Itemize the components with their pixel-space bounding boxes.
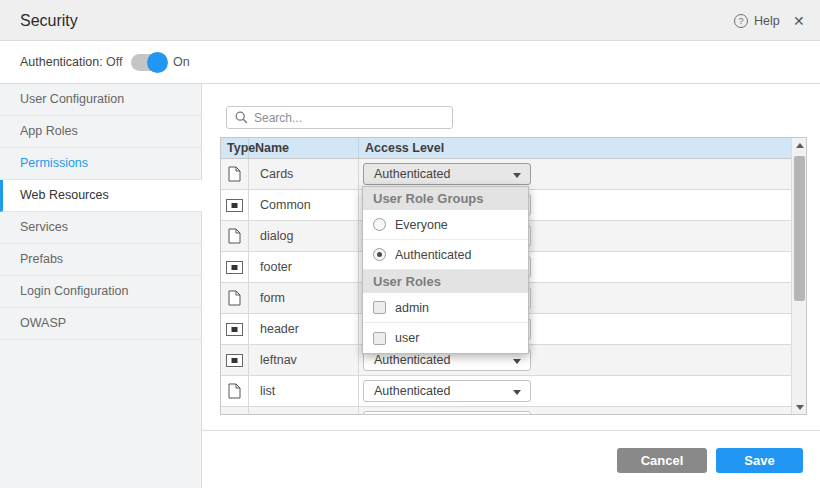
access-level-dropdown[interactable]: Authenticated <box>363 380 531 402</box>
resource-name: header <box>249 314 359 344</box>
footer-divider <box>202 430 820 431</box>
page-icon <box>228 166 241 182</box>
menu-option-user[interactable]: user <box>363 323 528 353</box>
access-level-dropdown[interactable] <box>363 411 531 414</box>
sidebar-item-prefabs[interactable]: Prefabs <box>0 244 201 276</box>
page-icon <box>228 228 241 244</box>
resource-name: Cards <box>249 159 359 189</box>
close-icon[interactable]: ✕ <box>793 0 805 41</box>
radio-icon[interactable] <box>373 218 386 231</box>
chevron-down-icon <box>513 359 521 364</box>
toggle-on-label: On <box>173 41 190 84</box>
radio-selected-icon[interactable] <box>373 248 386 261</box>
column-header-name: Name <box>249 138 359 158</box>
menu-group-header: User Roles <box>363 270 528 293</box>
resource-name: Common <box>249 190 359 220</box>
scroll-down-icon[interactable] <box>792 400 807 414</box>
help-icon: ? <box>734 14 748 28</box>
column-header-access-level: Access Level <box>359 138 791 158</box>
toggle-knob-icon <box>147 52 168 73</box>
help-button[interactable]: ? Help <box>734 0 780 41</box>
table-header: Type Name Access Level <box>221 138 791 159</box>
scroll-up-icon[interactable] <box>792 138 807 152</box>
titlebar: Security ? Help ✕ <box>0 0 820 41</box>
authentication-label: Authentication: <box>20 41 103 84</box>
sidebar-item-services[interactable]: Services <box>0 212 201 244</box>
sidebar: User Configuration App Roles Permissions… <box>0 84 202 488</box>
resource-name: leftnav <box>249 345 359 375</box>
menu-option-label: Everyone <box>395 218 448 232</box>
resource-name: dialog <box>249 221 359 251</box>
cancel-button[interactable]: Cancel <box>617 448 707 473</box>
menu-option-everyone[interactable]: Everyone <box>363 210 528 240</box>
widget-icon <box>226 354 243 367</box>
sidebar-item-app-roles[interactable]: App Roles <box>0 116 201 148</box>
authentication-toggle[interactable] <box>131 54 166 71</box>
search-icon <box>235 111 248 124</box>
main-panel: Type Name Access Level Cards Authenticat… <box>202 84 820 488</box>
search-input[interactable] <box>254 107 452 128</box>
table-row-partial <box>221 407 791 414</box>
checkbox-icon[interactable] <box>373 332 386 345</box>
authentication-bar: Authentication: Off On <box>0 41 820 84</box>
page-title: Security <box>20 0 78 41</box>
table-row: list Authenticated <box>221 376 791 407</box>
save-button[interactable]: Save <box>716 448 803 473</box>
chevron-down-icon <box>513 173 521 178</box>
search-box <box>226 106 453 129</box>
menu-group-header: User Role Groups <box>363 187 528 210</box>
table-scrollbar[interactable] <box>791 138 806 414</box>
access-level-menu: User Role Groups Everyone Authenticated … <box>362 186 529 354</box>
sidebar-item-web-resources[interactable]: Web Resources <box>0 180 202 212</box>
page-icon <box>228 290 241 306</box>
help-label: Help <box>754 14 780 28</box>
menu-option-label: Authenticated <box>395 248 471 262</box>
resource-name: footer <box>249 252 359 282</box>
resource-name: list <box>249 376 359 406</box>
menu-option-authenticated[interactable]: Authenticated <box>363 240 528 270</box>
page-icon <box>228 383 241 399</box>
chevron-down-icon <box>513 390 521 395</box>
menu-option-admin[interactable]: admin <box>363 293 528 323</box>
sidebar-item-user-configuration[interactable]: User Configuration <box>0 84 201 116</box>
security-dialog: Security ? Help ✕ Authentication: Off On… <box>0 0 820 488</box>
toggle-off-label: Off <box>106 41 122 84</box>
scrollbar-thumb[interactable] <box>794 156 805 301</box>
menu-option-label: admin <box>395 301 429 315</box>
column-header-type: Type <box>221 138 249 158</box>
sidebar-item-owasp[interactable]: OWASP <box>0 308 201 340</box>
access-level-dropdown[interactable]: Authenticated <box>363 163 531 185</box>
checkbox-icon[interactable] <box>373 301 386 314</box>
widget-icon <box>226 261 243 274</box>
resource-name: form <box>249 283 359 313</box>
menu-option-label: user <box>395 331 419 345</box>
sidebar-item-permissions[interactable]: Permissions <box>0 148 201 180</box>
sidebar-item-login-configuration[interactable]: Login Configuration <box>0 276 201 308</box>
widget-icon <box>226 199 243 212</box>
widget-icon <box>226 323 243 336</box>
